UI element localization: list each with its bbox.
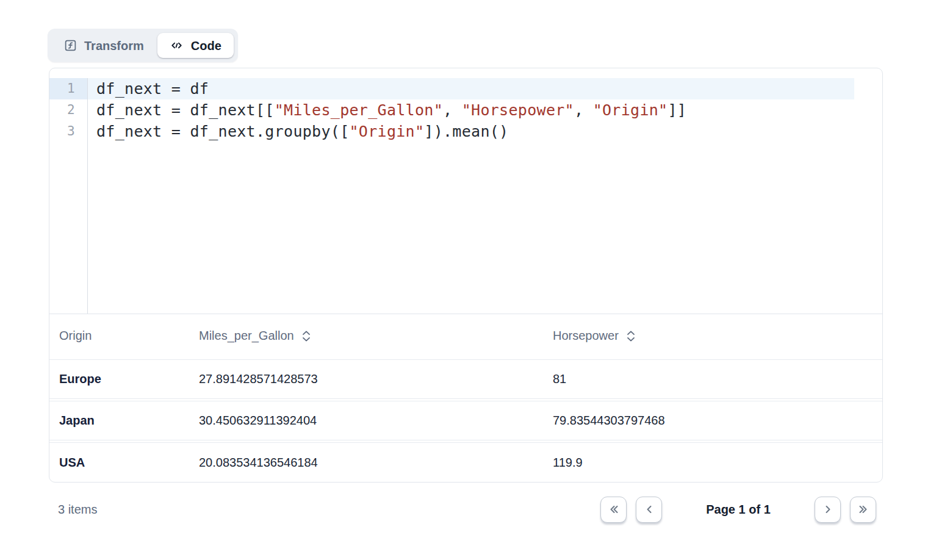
table-row: USA 20.083534136546184 119.9 [49, 442, 882, 482]
cell-horsepower: 79.83544303797468 [553, 414, 882, 428]
code-token: , [574, 101, 593, 119]
tab-transform[interactable]: Transform [52, 34, 156, 57]
first-page-button[interactable] [600, 497, 627, 523]
line-number-gutter: 1 2 3 [49, 78, 88, 314]
tab-transform-label: Transform [84, 40, 144, 52]
code-token: ]] [668, 101, 686, 119]
cell-horsepower: 81 [553, 372, 882, 386]
function-square-icon [64, 39, 77, 52]
app-root: Transform Code 1 2 3 df_next = df df_ [48, 0, 883, 528]
sort-control-miles-per-gallon[interactable]: Miles_per_Gallon [199, 329, 311, 343]
code-token: df_next = df [96, 80, 209, 98]
sort-control-horsepower[interactable]: Horsepower [553, 329, 635, 343]
sort-updown-icon [627, 330, 635, 342]
line-number: 1 [49, 78, 87, 99]
last-page-button[interactable] [850, 497, 876, 523]
code-line-2[interactable]: df_next = df_next[["Miles_per_Gallon", "… [88, 99, 882, 121]
tab-code-label: Code [191, 40, 221, 52]
view-toggle-group: Transform Code [48, 29, 238, 62]
column-header-label: Origin [59, 329, 92, 342]
table-footer: 3 items Page 1 of 1 [48, 491, 883, 528]
code-token: ]).mean() [424, 123, 508, 140]
table-row: Japan 30.450632911392404 79.835443037974… [49, 401, 882, 440]
code-line-3[interactable]: df_next = df_next.groupby(["Origin"]).me… [88, 121, 882, 142]
column-header-horsepower: Horsepower [553, 329, 882, 343]
code-editor[interactable]: 1 2 3 df_next = df df_next = df_next[["M… [49, 68, 882, 314]
cell-miles-per-gallon: 20.083534136546184 [199, 456, 553, 470]
tab-code[interactable]: Code [157, 33, 234, 58]
table-header-row: Origin Miles_per_Gallon Horsepower [49, 314, 882, 357]
line-number: 3 [49, 121, 87, 142]
chevron-left-icon [642, 502, 657, 517]
chevron-right-icon [821, 502, 835, 517]
code-token-string: "Origin" [593, 101, 668, 119]
cell-miles-per-gallon: 30.450632911392404 [199, 414, 553, 428]
pagination: Page 1 of 1 [600, 497, 883, 523]
code-content: df_next = df df_next = df_next[["Miles_p… [88, 78, 882, 314]
column-header-label: Horsepower [553, 329, 619, 343]
cell-origin: Japan [49, 414, 199, 428]
page-indicator: Page 1 of 1 [662, 503, 815, 517]
previous-page-button[interactable] [636, 497, 662, 523]
double-chevron-left-icon [606, 502, 621, 517]
cell-horsepower: 119.9 [553, 456, 882, 470]
transform-panel: 1 2 3 df_next = df df_next = df_next[["M… [49, 68, 883, 483]
cell-origin: Europe [49, 372, 199, 386]
cell-miles-per-gallon: 27.891428571428573 [199, 372, 553, 386]
column-header-miles-per-gallon: Miles_per_Gallon [199, 329, 553, 343]
double-chevron-right-icon [856, 502, 871, 517]
table-row: Europe 27.891428571428573 81 [49, 359, 882, 399]
code-line-1[interactable]: df_next = df [88, 78, 854, 99]
code-token-string: "Miles_per_Gallon" [275, 101, 443, 119]
sort-updown-icon [302, 330, 311, 342]
code-token: df_next = df_next[[ [96, 101, 275, 119]
code-brackets-icon [170, 38, 184, 52]
code-token: df_next = df_next.groupby([ [96, 123, 349, 140]
column-header-label: Miles_per_Gallon [199, 329, 294, 343]
column-header-origin: Origin [49, 329, 199, 343]
code-token: , [443, 101, 462, 119]
next-page-button[interactable] [815, 497, 841, 523]
line-number: 2 [49, 99, 87, 121]
code-token-string: "Horsepower" [462, 101, 574, 119]
cell-origin: USA [49, 456, 199, 470]
items-count: 3 items [48, 503, 97, 517]
code-token-string: "Origin" [349, 123, 424, 140]
